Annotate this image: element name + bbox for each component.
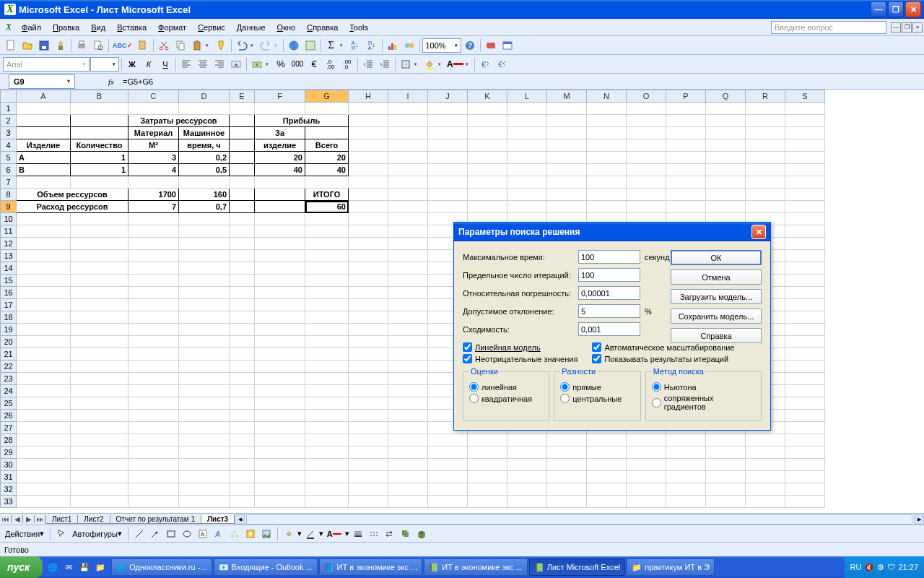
cell-C8[interactable]: 1700 <box>128 189 179 201</box>
cell-E27[interactable] <box>230 422 255 434</box>
merge-center-button[interactable]: a <box>228 56 244 72</box>
cell-I11[interactable] <box>388 225 428 238</box>
cell-I31[interactable] <box>388 471 428 483</box>
cell-F16[interactable] <box>255 287 305 299</box>
hscroll-left[interactable]: ◀ <box>235 514 245 525</box>
cell-B1[interactable] <box>71 103 128 115</box>
row-header-31[interactable]: 31 <box>1 471 17 483</box>
cell-C3[interactable]: Материал <box>128 127 179 139</box>
cell-P32[interactable] <box>666 483 706 496</box>
cell-G27[interactable] <box>305 422 349 434</box>
cell-S12[interactable] <box>785 238 825 250</box>
cell-H22[interactable] <box>349 361 388 373</box>
cell-B18[interactable] <box>71 311 128 324</box>
new-button[interactable] <box>3 38 19 53</box>
cell-G31[interactable] <box>305 471 349 483</box>
cell-E11[interactable] <box>230 225 255 238</box>
cell-J29[interactable] <box>428 447 468 459</box>
cell-I27[interactable] <box>388 422 428 434</box>
dash-style-button[interactable] <box>367 527 381 541</box>
zoom-select[interactable]: 100%▾ <box>422 38 461 53</box>
cell-G25[interactable] <box>305 397 349 410</box>
autosum-button[interactable]: Σ <box>323 38 339 53</box>
cell-C7[interactable] <box>128 176 179 189</box>
cell-I17[interactable] <box>388 299 428 311</box>
cell-N8[interactable] <box>587 189 627 201</box>
cell-L1[interactable] <box>507 103 547 115</box>
cell-J9[interactable] <box>428 201 468 213</box>
convergence-input[interactable] <box>578 322 640 336</box>
cell-J5[interactable] <box>428 152 468 164</box>
line-button[interactable] <box>132 527 147 541</box>
cell-M31[interactable] <box>547 471 587 483</box>
row-header-4[interactable]: 4 <box>1 139 17 152</box>
cell-Q30[interactable] <box>706 459 746 471</box>
cell-S13[interactable] <box>785 250 825 262</box>
row-header-7[interactable]: 7 <box>1 176 17 189</box>
cell-P28[interactable] <box>666 434 706 447</box>
col-header-B[interactable]: B <box>71 90 128 103</box>
cell-G29[interactable] <box>305 447 349 459</box>
cell-H2[interactable] <box>349 115 388 127</box>
cell-S16[interactable] <box>785 287 825 299</box>
help-search-input[interactable]: Введите вопрос <box>771 21 886 34</box>
cell-G4[interactable]: Всего <box>305 139 349 152</box>
fx-label[interactable]: fx <box>108 77 114 86</box>
col-header-H[interactable]: H <box>349 90 388 103</box>
formula-edit-button[interactable] <box>302 38 318 53</box>
cell-O33[interactable] <box>627 496 666 508</box>
cell-G24[interactable] <box>305 385 349 397</box>
cell-S2[interactable] <box>785 115 825 127</box>
cell-R3[interactable] <box>746 127 785 139</box>
cell-E5[interactable] <box>230 152 255 164</box>
cell-G1[interactable] <box>305 103 349 115</box>
non-negative-checkbox[interactable] <box>463 354 472 363</box>
cell-A13[interactable] <box>17 250 71 262</box>
cell-R8[interactable] <box>746 189 785 201</box>
cell-S6[interactable] <box>785 164 825 176</box>
cell-E16[interactable] <box>230 287 255 299</box>
cell-D29[interactable] <box>179 447 230 459</box>
cell-F3[interactable]: За <box>255 127 305 139</box>
cell-B13[interactable] <box>71 250 128 262</box>
ql-icon[interactable]: 💾 <box>77 559 92 575</box>
cell-P2[interactable] <box>666 115 706 127</box>
cell-A3[interactable] <box>17 127 71 139</box>
cell-P5[interactable] <box>666 152 706 164</box>
cell-P30[interactable] <box>666 459 706 471</box>
cell-G11[interactable] <box>305 225 349 238</box>
cell-S4[interactable] <box>785 139 825 152</box>
cell-E10[interactable] <box>230 213 255 225</box>
cell-D22[interactable] <box>179 361 230 373</box>
underline-button[interactable]: Ч <box>157 56 173 72</box>
cell-C15[interactable] <box>128 275 179 287</box>
font-name-select[interactable]: Arial▾ <box>3 57 90 72</box>
cell-M2[interactable] <box>547 115 587 127</box>
cell-S20[interactable] <box>785 336 825 348</box>
cell-D26[interactable] <box>179 410 230 422</box>
cell-H7[interactable] <box>349 176 388 189</box>
cell-F12[interactable] <box>255 238 305 250</box>
cell-E26[interactable] <box>230 410 255 422</box>
cell-J28[interactable] <box>428 434 468 447</box>
cell-L29[interactable] <box>507 447 547 459</box>
cell-S8[interactable] <box>785 189 825 201</box>
cut-button[interactable] <box>156 38 172 53</box>
cell-J30[interactable] <box>428 459 468 471</box>
cell-Q3[interactable] <box>706 127 746 139</box>
decrease-indent-button[interactable] <box>360 56 376 72</box>
cell-N6[interactable] <box>587 164 627 176</box>
cell-I1[interactable] <box>388 103 428 115</box>
undo-dropdown[interactable]: ▾ <box>250 43 257 48</box>
cell-R33[interactable] <box>746 496 785 508</box>
row-header-8[interactable]: 8 <box>1 189 17 201</box>
cell-C16[interactable] <box>128 287 179 299</box>
cell-B5[interactable]: 1 <box>71 152 128 164</box>
cell-A14[interactable] <box>17 262 71 275</box>
cell-Q2[interactable] <box>706 115 746 127</box>
cell-S14[interactable] <box>785 262 825 275</box>
cell-C29[interactable] <box>128 447 179 459</box>
cell-A1[interactable] <box>17 103 71 115</box>
cell-D5[interactable]: 0,2 <box>179 152 230 164</box>
redo-dropdown[interactable]: ▾ <box>274 43 281 48</box>
